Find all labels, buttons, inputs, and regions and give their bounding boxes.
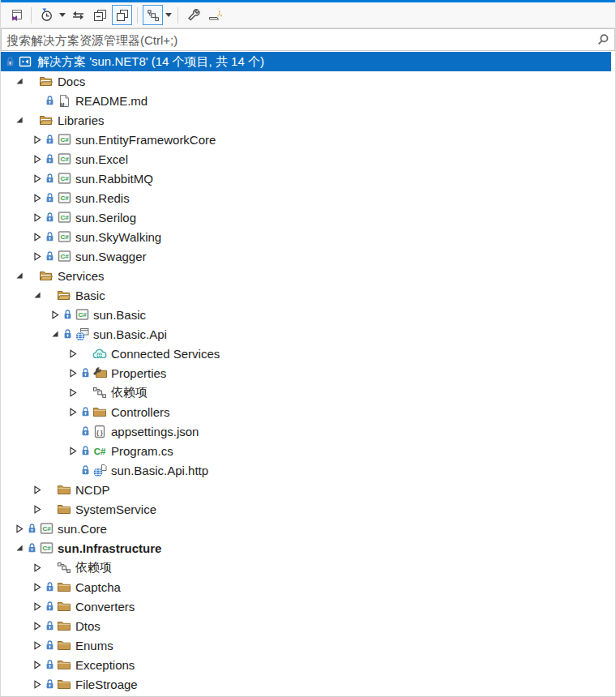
expander-closed-arrow-icon[interactable] <box>31 233 44 242</box>
expander-closed-arrow-icon[interactable] <box>31 174 44 183</box>
expander-closed-arrow-icon[interactable] <box>66 349 79 358</box>
search-input[interactable] <box>2 29 592 50</box>
lock-icon <box>28 523 36 534</box>
search-box <box>1 28 615 51</box>
tree-item-label: README.md <box>75 94 148 108</box>
expander-closed-arrow-icon[interactable] <box>13 524 26 533</box>
collapse-all-button[interactable] <box>90 5 110 25</box>
tree-item-row[interactable]: Basic <box>1 285 615 305</box>
folder-open-icon <box>57 289 71 301</box>
tree-item-row[interactable]: M↓README.md <box>1 91 615 110</box>
tree-item-row[interactable]: sun.Basic.Api.http <box>1 460 615 480</box>
tree-item-label: Properties <box>111 366 166 380</box>
tree-item-row[interactable]: Services <box>1 266 615 285</box>
tree-solution-label: 解决方案 'sun.NET8' (14 个项目, 共 14 个) <box>37 54 264 70</box>
tree-item-row[interactable]: NCDP <box>1 480 615 499</box>
tree-item-row[interactable]: sun.Basic.Api <box>1 324 615 344</box>
expander-closed-arrow-icon[interactable] <box>66 408 79 417</box>
tree-solution-row[interactable]: 解决方案 'sun.NET8' (14 个项目, 共 14 个) <box>1 52 611 71</box>
tree-item-row[interactable]: C#sun.EntityFrameworkCore <box>1 130 615 149</box>
expander-open-arrow-icon[interactable] <box>13 116 26 124</box>
lock-icon <box>81 425 90 437</box>
tree-item-label: sun.Basic <box>93 308 146 322</box>
lock-icon <box>45 192 54 203</box>
expander-open-arrow-icon[interactable] <box>49 330 62 338</box>
expander-closed-arrow-icon[interactable] <box>31 622 44 631</box>
tree-item-row[interactable]: FileStroage <box>1 674 615 694</box>
expander-closed-arrow-icon[interactable] <box>31 135 44 144</box>
pending-changes-filter-dropdown-caret[interactable] <box>58 5 67 25</box>
overlap-windows-icon <box>116 9 129 22</box>
hierarchy-icon <box>147 9 160 22</box>
tree-item-row[interactable]: C#sun.RabbitMQ <box>1 169 615 188</box>
expander-closed-arrow-icon[interactable] <box>31 661 44 669</box>
pending-changes-filter-button[interactable] <box>36 5 57 25</box>
search-icon[interactable] <box>592 29 614 50</box>
tree-item-row[interactable]: Enums <box>1 635 615 655</box>
expander-open-arrow-icon[interactable] <box>13 77 26 85</box>
tree-item-row[interactable]: C#sun.Excel <box>1 149 615 169</box>
expander-closed-arrow-icon[interactable] <box>31 194 44 203</box>
tree-item-row[interactable]: Converters <box>1 597 615 616</box>
expander-closed-arrow-icon[interactable] <box>31 680 44 689</box>
svg-text:C#: C# <box>60 175 69 182</box>
expander-closed-arrow-icon[interactable] <box>31 155 44 164</box>
expander-open-arrow-icon[interactable] <box>13 544 26 552</box>
tree-item-row[interactable]: Properties <box>1 363 615 383</box>
expander-closed-arrow-icon[interactable] <box>31 252 44 261</box>
expander-closed-arrow-icon[interactable] <box>49 310 62 319</box>
tree-item-row[interactable]: Dtos <box>1 616 615 635</box>
expander-closed-arrow-icon[interactable] <box>31 213 44 222</box>
expander-open-arrow-icon[interactable] <box>13 272 26 280</box>
lock-icon <box>63 309 72 320</box>
tree-item-label: Basic <box>75 289 105 302</box>
properties-button[interactable] <box>183 5 203 25</box>
tree-item-row[interactable]: C#sun.Infrastructure <box>1 538 615 558</box>
show-all-files-button[interactable] <box>112 5 132 25</box>
switch-views-button[interactable] <box>6 5 26 25</box>
file-nesting-dropdown-caret[interactable] <box>164 5 173 25</box>
tree-item-label: appsettings.json <box>111 425 199 438</box>
file-nesting-button[interactable] <box>143 5 163 25</box>
expander-closed-arrow-icon[interactable] <box>31 563 44 572</box>
tree-item-row[interactable]: C#sun.Redis <box>1 188 615 207</box>
folder-open-icon <box>39 113 53 126</box>
tree-item-row[interactable]: Controllers <box>1 402 615 421</box>
tree-item-row[interactable]: 依赖项 <box>1 558 615 577</box>
tree-item-row[interactable]: C#sun.SkyWalking <box>1 227 615 246</box>
tree-item-row[interactable]: SystemService <box>1 499 615 519</box>
expander-closed-arrow-icon[interactable] <box>31 602 44 611</box>
tree-item-row[interactable]: C#sun.Basic <box>1 305 615 324</box>
tree-item-row[interactable]: Libraries <box>1 110 615 130</box>
expander-closed-arrow-icon[interactable] <box>31 505 44 514</box>
sync-arrows-icon <box>71 9 85 22</box>
expander-closed-arrow-icon[interactable] <box>66 447 79 455</box>
expander-closed-arrow-icon[interactable] <box>31 583 44 592</box>
tree-item-row[interactable]: Docs <box>1 71 615 91</box>
clock-filter-icon <box>40 8 53 22</box>
expander-closed-arrow-icon[interactable] <box>31 641 44 650</box>
expander-closed-arrow-icon[interactable] <box>66 369 79 378</box>
tree-item-row[interactable]: C#Program.cs <box>1 441 615 460</box>
tree-item-label: sun.Basic.Api <box>93 327 167 341</box>
lock-icon <box>45 153 54 165</box>
tree-item-row[interactable]: C#sun.Core <box>1 519 615 538</box>
csharp-project-icon: C# <box>40 541 53 554</box>
tree-item-row[interactable]: { }appsettings.json <box>1 421 615 441</box>
tree-item-row[interactable]: 依赖项 <box>1 383 615 402</box>
preview-selected-items-button[interactable] <box>205 5 225 25</box>
tree-item-row[interactable]: C#sun.Swagger <box>1 246 615 266</box>
expander-closed-arrow-icon[interactable] <box>66 388 79 397</box>
tree-item-label: sun.Excel <box>75 152 128 166</box>
tree-item-row[interactable]: C#sun.Serilog <box>1 207 615 227</box>
tree-item-row[interactable]: Connected Services <box>1 344 615 363</box>
tree-item-row[interactable]: Captcha <box>1 577 615 597</box>
sync-with-active-document-button[interactable] <box>68 5 88 25</box>
expander-open-arrow-icon[interactable] <box>31 291 44 299</box>
tree-item-row[interactable]: Exceptions <box>1 655 615 674</box>
svg-text:C#: C# <box>60 253 69 260</box>
expander-closed-arrow-icon[interactable] <box>31 485 44 494</box>
lock-icon <box>45 250 54 262</box>
wrench-icon <box>186 8 200 22</box>
csharp-project-icon: C# <box>58 211 71 224</box>
